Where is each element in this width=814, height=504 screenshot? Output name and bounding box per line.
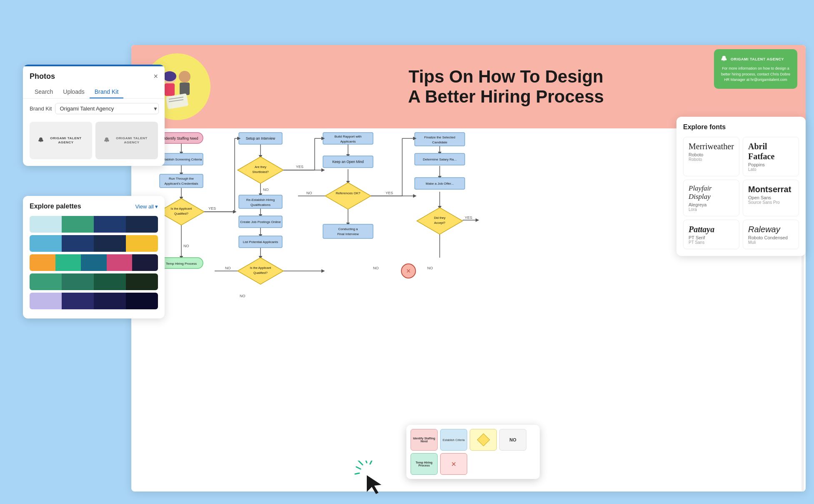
palette-row-2[interactable]: [30, 254, 158, 271]
font-sub1: Open Sans: [748, 195, 794, 200]
brand-card-logo-text: ORIGAMI TALENT AGENCY: [731, 57, 784, 62]
svg-text:Shortlisted?: Shortlisted?: [252, 170, 269, 174]
font-display-playfair: Playfair Display: [689, 184, 734, 201]
brand-card-description: For more information on how to design a …: [720, 66, 791, 83]
svg-text:Accept?: Accept?: [434, 221, 445, 225]
svg-text:Identify Staffing Need: Identify Staffing Need: [164, 136, 198, 140]
tab-brand-kit[interactable]: Brand Kit: [90, 86, 124, 98]
svg-text:Did they: Did they: [434, 216, 446, 220]
font-card-playfair[interactable]: Playfair Display Alegreya Lora: [683, 180, 739, 216]
obj-item-no[interactable]: NO: [499, 429, 526, 451]
svg-text:References OK?: References OK?: [336, 191, 361, 195]
svg-text:Qualified?: Qualified?: [253, 271, 268, 275]
logos-grid: ORIGAMI TALENT AGENCY ORIGAMI TALENT AGE…: [23, 118, 165, 166]
font-sub2: Lora: [689, 207, 734, 212]
obj-item-2[interactable]: Establish Criteria: [440, 429, 467, 451]
svg-rect-73: [323, 224, 373, 238]
fonts-panel: Explore fonts Merriweather Roboto Roboto…: [676, 117, 806, 256]
swatch: [30, 235, 62, 252]
palettes-title: Explore palettes: [30, 203, 81, 210]
svg-text:×: ×: [406, 267, 411, 275]
swatch: [55, 254, 81, 271]
brand-kit-row: Brand Kit Origami Talent Agency ▼: [23, 99, 165, 118]
svg-text:YES: YES: [208, 206, 216, 211]
swan-icon-2: [103, 137, 110, 144]
svg-line-101: [366, 461, 367, 463]
swatch: [126, 273, 158, 290]
font-sub2: PT Sans: [689, 240, 734, 245]
svg-text:Candidate: Candidate: [432, 140, 448, 144]
logo-text-1: ORIGAMI TALENT AGENCY: [47, 136, 85, 144]
fonts-panel-title: Explore fonts: [683, 123, 799, 131]
font-sub1: Alegreya: [689, 202, 734, 207]
svg-text:Run Through the: Run Through the: [169, 177, 194, 181]
swatch: [62, 273, 94, 290]
svg-text:Final Interview: Final Interview: [337, 232, 359, 236]
svg-rect-2: [165, 83, 175, 96]
svg-rect-43: [160, 174, 203, 188]
photos-panel-title: Photos: [30, 72, 55, 81]
swatch: [94, 273, 126, 290]
svg-text:Qualified?: Qualified?: [174, 212, 188, 216]
palettes-panel: Explore palettes View all ▾: [23, 196, 165, 318]
svg-line-104: [355, 473, 359, 474]
logo-card-2[interactable]: ORIGAMI TALENT AGENCY: [95, 122, 158, 159]
svg-text:Are they: Are they: [255, 165, 266, 169]
svg-text:Build Rapport with: Build Rapport with: [335, 135, 362, 138]
swatch: [30, 293, 62, 309]
font-sub2: Muli: [748, 240, 794, 245]
font-display-pattaya: Pattaya: [689, 224, 734, 234]
swatch: [94, 216, 126, 233]
font-card-abril[interactable]: Abril Fatface Poppins Lato: [743, 137, 799, 176]
swatch: [62, 235, 94, 252]
svg-text:NO: NO: [373, 266, 379, 270]
font-card-montserrat[interactable]: Montserrat Open Sans Source Sans Pro: [743, 180, 799, 216]
font-sub2: Roboto: [689, 157, 734, 162]
svg-text:Setup an Interview: Setup an Interview: [246, 136, 276, 140]
svg-text:Conducting a: Conducting a: [338, 227, 358, 231]
obj-item-5[interactable]: Temp Hiring Process: [411, 453, 438, 475]
font-sub2: Lato: [748, 167, 794, 172]
svg-text:Temp Hiring Process: Temp Hiring Process: [166, 262, 197, 266]
font-sub1: Roboto: [689, 152, 734, 157]
palette-row-1[interactable]: [30, 235, 158, 252]
svg-point-3: [179, 71, 190, 83]
tab-search[interactable]: Search: [30, 86, 58, 98]
font-sub1: Poppins: [748, 162, 794, 167]
swatch: [62, 216, 94, 233]
svg-text:Create Job Postings Online: Create Job Postings Online: [240, 220, 281, 224]
brand-card: ORIGAMI TALENT AGENCY For more informati…: [714, 49, 797, 89]
font-card-raleway[interactable]: Raleway Roboto Condensed Muli: [743, 220, 799, 249]
svg-text:Make a Job Offer...: Make a Job Offer...: [426, 182, 453, 186]
logo-card-1[interactable]: ORIGAMI TALENT AGENCY: [30, 122, 92, 159]
obj-item-3[interactable]: [470, 429, 497, 451]
palette-row-3[interactable]: [30, 273, 158, 290]
chevron-down-icon-palettes: ▾: [155, 203, 158, 210]
svg-text:Qualifications: Qualifications: [250, 203, 270, 207]
font-sub2: Source Sans Pro: [748, 200, 794, 205]
swatch: [126, 293, 158, 309]
flowchart-svg: YES NO NO YES NO: [131, 128, 569, 320]
tab-uploads[interactable]: Uploads: [58, 86, 89, 98]
font-card-pattaya[interactable]: Pattaya PT Serif PT Sans: [683, 220, 739, 249]
svg-text:NO: NO: [225, 266, 231, 270]
svg-text:NO: NO: [263, 188, 269, 192]
brand-card-header: ORIGAMI TALENT AGENCY: [720, 55, 791, 63]
svg-text:List Potential Applicants: List Potential Applicants: [243, 240, 278, 244]
cursor: [354, 461, 388, 500]
view-all-button[interactable]: View all ▾: [135, 203, 158, 210]
photos-close-button[interactable]: ×: [153, 72, 158, 81]
photos-panel: Photos × Search Uploads Brand Kit Brand …: [23, 65, 165, 166]
palette-row-4[interactable]: [30, 293, 158, 309]
svg-text:YES: YES: [386, 191, 393, 195]
swatch: [107, 254, 133, 271]
font-card-merriweather[interactable]: Merriweather Roboto Roboto: [683, 137, 739, 176]
brand-kit-select[interactable]: Origami Talent Agency: [55, 103, 159, 114]
main-canvas: Tips On How To Design A Better Hiring Pr…: [131, 45, 806, 491]
swatch: [94, 293, 126, 309]
palette-row-0[interactable]: [30, 216, 158, 233]
swatch: [30, 216, 62, 233]
svg-text:Is the Applicant: Is the Applicant: [171, 207, 193, 211]
obj-item-1[interactable]: Identify Staffing Need: [411, 429, 438, 451]
obj-item-x[interactable]: ×: [440, 453, 467, 475]
